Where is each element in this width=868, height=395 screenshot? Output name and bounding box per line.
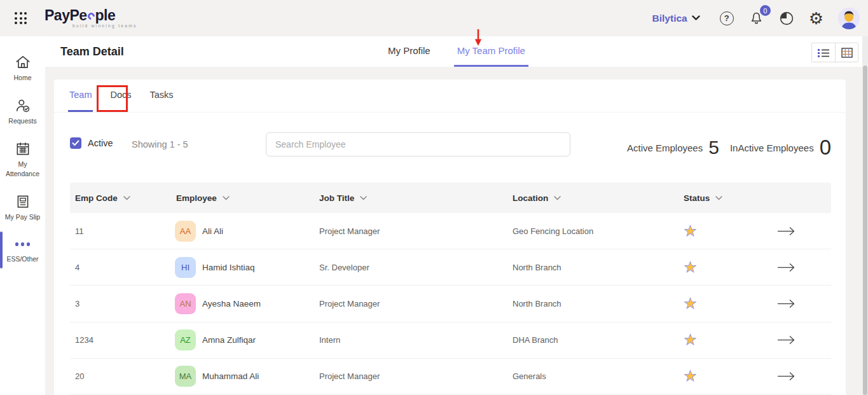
chevron-down-icon <box>715 196 722 200</box>
tab-my-profile[interactable]: My Profile <box>385 36 434 67</box>
sidebar: Home Requests My Attendance <box>0 36 45 395</box>
employee-name: Hamid Ishtiaq <box>202 263 255 272</box>
tab-docs[interactable]: Docs <box>109 80 132 112</box>
table-row[interactable]: 1234 AZ Amna Zulfiqar Intern DHA Branch <box>70 322 831 359</box>
paypeople-logo[interactable]: PayPeple build winning teams <box>45 8 137 29</box>
employee-stats: Active Employees 5 InActive Employees 0 <box>627 113 831 183</box>
star-icon <box>684 297 697 310</box>
sidebar-item-ess-other[interactable]: ESS/Other <box>0 229 45 271</box>
column-header-location[interactable]: Location <box>509 193 682 203</box>
column-header-status[interactable]: Status <box>682 193 776 203</box>
sidebar-item-my-attendance[interactable]: My Attendance <box>0 133 45 185</box>
inactive-employees-label: InActive Employees <box>730 142 814 153</box>
star-icon <box>684 370 697 383</box>
row-detail-arrow-button[interactable] <box>776 299 831 308</box>
calendar-icon <box>15 141 31 157</box>
tab-my-team-profile[interactable]: My Team Profile <box>454 36 528 67</box>
avatar-initials: AZ <box>175 329 196 350</box>
scrollbar-thumb[interactable] <box>863 66 867 395</box>
status-star-button[interactable] <box>682 261 776 274</box>
sidebar-item-label: ESS/Other <box>6 254 38 263</box>
column-header-job-title[interactable]: Job Title <box>318 193 509 203</box>
help-button[interactable]: ? <box>720 11 734 25</box>
row-detail-arrow-button[interactable] <box>776 226 831 236</box>
active-checkbox[interactable] <box>70 137 81 149</box>
active-employees-count: 5 <box>708 137 719 158</box>
location-cell: North Branch <box>509 263 682 272</box>
job-title-cell: Project Manager <box>318 299 509 308</box>
emp-code-cell: 11 <box>70 226 175 236</box>
table-header: Emp Code Employee Job Title Location Sta… <box>70 183 831 213</box>
table-row[interactable]: 3 AN Ayesha Naeem Project Manager North … <box>70 286 831 322</box>
sidebar-item-requests[interactable]: Requests <box>0 90 45 133</box>
logo-tagline: build winning teams <box>72 24 137 29</box>
row-detail-arrow-button[interactable] <box>776 371 831 381</box>
status-star-button[interactable] <box>682 225 776 238</box>
active-indicator <box>0 232 3 268</box>
job-title-cell: Sr. Developer <box>318 263 509 272</box>
location-cell: DHA Branch <box>509 335 682 345</box>
location-cell: North Branch <box>509 299 682 308</box>
employee-cell: AA Ali Ali <box>175 221 318 242</box>
avatar-initials: HI <box>175 257 196 278</box>
logo-text-a: PayPe <box>45 8 87 23</box>
column-label: Employee <box>176 193 217 203</box>
location-cell: Generals <box>509 371 682 381</box>
table-row[interactable]: 11 AA Ali Ali Project Manager Geo Fencin… <box>70 213 831 249</box>
app-launcher-waffle-icon[interactable] <box>15 12 27 24</box>
account-dropdown[interactable]: Bilytica <box>652 13 700 24</box>
employee-name: Ayesha Naeem <box>202 299 261 308</box>
showing-count: Showing 1 - 5 <box>132 139 188 149</box>
status-star-button[interactable] <box>682 370 776 383</box>
gear-icon: ⚙ <box>809 10 823 27</box>
ellipsis-icon <box>15 237 31 252</box>
sidebar-item-my-pay-slip[interactable]: My Pay Slip <box>0 186 45 229</box>
job-title-cell: Project Manager <box>318 226 509 236</box>
column-header-emp-code[interactable]: Emp Code <box>70 193 175 203</box>
table-body: 11 AA Ali Ali Project Manager Geo Fencin… <box>70 213 831 395</box>
arrow-right-icon <box>777 263 796 272</box>
tab-tasks[interactable]: Tasks <box>149 80 175 112</box>
table-row[interactable]: 20 MA Muhammad Ali Project Manager Gener… <box>70 359 831 395</box>
row-detail-arrow-button[interactable] <box>776 263 831 272</box>
user-avatar[interactable] <box>838 8 860 29</box>
column-label: Job Title <box>319 193 354 203</box>
row-detail-arrow-button[interactable] <box>776 335 831 345</box>
notifications-button[interactable]: 0 <box>748 10 764 26</box>
profile-tabs: My Profile My Team Profile <box>385 36 528 67</box>
home-icon <box>15 54 31 71</box>
employee-cell: AZ Amna Zulfiqar <box>175 329 318 350</box>
chevron-down-icon <box>692 15 700 21</box>
vertical-scrollbar <box>862 36 868 395</box>
main-area: Team Docs Tasks Active Showing 1 - 5 Act… <box>45 67 868 395</box>
column-header-employee[interactable]: Employee <box>175 193 318 203</box>
employee-name: Ali Ali <box>202 226 223 236</box>
sidebar-item-label: Requests <box>8 116 36 125</box>
status-star-button[interactable] <box>682 297 776 310</box>
content-tabs: Team Docs Tasks <box>54 80 846 113</box>
job-title-cell: Project Manager <box>318 371 509 381</box>
employee-cell: HI Hamid Ishtiaq <box>175 257 318 278</box>
list-view-button[interactable] <box>812 43 835 62</box>
settings-button[interactable]: ⚙ <box>809 10 823 27</box>
filter-row: Active Showing 1 - 5 Active Employees 5 … <box>54 113 846 183</box>
sidebar-item-label: My Pay Slip <box>5 212 40 221</box>
sidebar-item-label: My Attendance <box>3 160 43 177</box>
team-detail-card: Team Docs Tasks Active Showing 1 - 5 Act… <box>54 80 846 395</box>
star-icon <box>684 225 697 238</box>
view-toggle <box>811 43 858 62</box>
emp-code-cell: 3 <box>70 299 175 308</box>
avatar-initials: AN <box>175 293 196 314</box>
search-input[interactable] <box>266 132 570 156</box>
status-star-button[interactable] <box>682 333 776 347</box>
sidebar-item-home[interactable]: Home <box>0 46 45 90</box>
table-row[interactable]: 4 HI Hamid Ishtiaq Sr. Developer North B… <box>70 249 831 286</box>
time-tracker-button[interactable] <box>779 11 794 26</box>
check-icon <box>72 140 79 146</box>
tab-team[interactable]: Team <box>68 80 93 112</box>
grid-view-button[interactable] <box>835 43 858 62</box>
topbar: PayPeple build winning teams Bilytica ? … <box>0 0 868 36</box>
active-employees-label: Active Employees <box>627 142 703 153</box>
employee-name: Muhammad Ali <box>202 371 259 381</box>
employee-cell: MA Muhammad Ali <box>175 366 318 387</box>
